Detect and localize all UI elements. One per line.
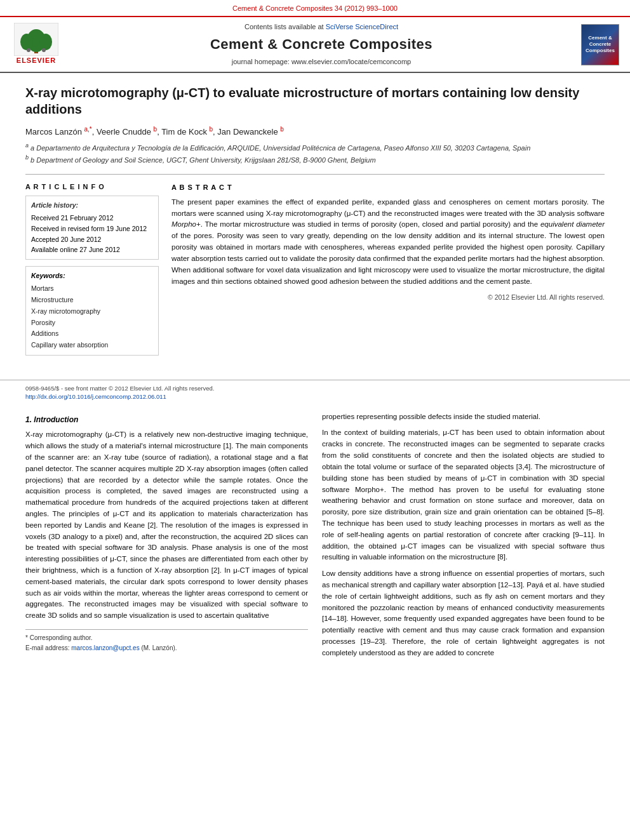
revised-date: Received in revised form 19 June 2012 <box>31 223 153 234</box>
sciverse-link[interactable]: SciVerse ScienceDirect <box>326 23 398 30</box>
history-label: Article history: <box>31 200 153 211</box>
copyright-line: © 2012 Elsevier Ltd. All rights reserved… <box>171 292 605 302</box>
affiliation-b: b b Department of Geology and Soil Scien… <box>25 154 605 165</box>
sciverse-line: Contents lists available at SciVerse Sci… <box>71 22 572 32</box>
journal-homepage[interactable]: journal homepage: www.elsevier.com/locat… <box>71 57 572 67</box>
right-para-2: In the context of building materials, μ-… <box>322 427 605 563</box>
accepted-date: Accepted 20 June 2012 <box>31 234 153 245</box>
available-date: Available online 27 June 2012 <box>31 244 153 255</box>
article-info-col: A R T I C L E I N F O Article history: R… <box>25 182 159 356</box>
received-date: Received 21 February 2012 <box>31 213 153 223</box>
article-title: X-ray microtomography (μ-CT) to evaluate… <box>25 84 605 117</box>
intro-paragraph-1: X-ray microtomography (μ-CT) is a relati… <box>25 429 308 622</box>
affiliation-a: a a Departamento de Arquitectura y Tecno… <box>25 142 605 153</box>
article-info-title: A R T I C L E I N F O <box>25 182 159 192</box>
intro-heading: 1. Introduction <box>25 414 308 426</box>
abstract-title: A B S T R A C T <box>171 182 605 193</box>
svg-point-5 <box>27 48 30 52</box>
article-history-box: Article history: Received 21 February 20… <box>25 196 159 260</box>
keyword-4: Porosity <box>31 317 153 329</box>
authors-text: Marcos Lanzón a,*, Veerle Cnudde b, Tim … <box>25 127 284 137</box>
article-content: X-ray microtomography (μ-CT) to evaluate… <box>0 73 630 380</box>
svg-point-3 <box>20 34 33 50</box>
elsevier-tree-icon <box>14 23 58 56</box>
keyword-5: Additions <box>31 328 153 340</box>
contents-available-text: Contents lists available at <box>245 23 324 30</box>
keyword-2: Microstructure <box>31 295 153 306</box>
keywords-label: Keywords: <box>31 270 153 282</box>
elsevier-logo: ELSEVIER <box>8 22 65 67</box>
journal-header: ELSEVIER Contents lists available at Sci… <box>0 17 630 73</box>
doi-line[interactable]: http://dx.doi.org/10.1016/j.cemconcomp.2… <box>25 392 605 401</box>
affiliations: a a Departamento de Arquitectura y Tecno… <box>25 142 605 164</box>
keywords-box: Keywords: Mortars Microstructure X-ray m… <box>25 266 159 356</box>
journal-logo-right: Cement &ConcreteComposites <box>578 22 622 67</box>
abstract-text: The present paper examines the effect of… <box>171 197 605 288</box>
abstract-col: A B S T R A C T The present paper examin… <box>171 182 605 356</box>
authors-line: Marcos Lanzón a,*, Veerle Cnudde b, Tim … <box>25 125 605 138</box>
body-right-col: properties representing possible defects… <box>322 411 605 664</box>
right-para-1: properties representing possible defects… <box>322 411 605 423</box>
journal-logo-box: Cement &ConcreteComposites <box>581 24 619 65</box>
keyword-1: Mortars <box>31 283 153 295</box>
elsevier-text: ELSEVIER <box>17 56 56 65</box>
footer-strip: 0958-9465/$ - see front matter © 2012 El… <box>0 380 630 405</box>
svg-point-4 <box>39 34 52 50</box>
journal-title: Cement & Concrete Composites <box>71 35 572 55</box>
journal-citation-header: Cement & Concrete Composites 34 (2012) 9… <box>0 0 630 17</box>
keyword-6: Capillary water absorption <box>31 340 153 351</box>
divider-1 <box>25 174 605 175</box>
body-left-col: 1. Introduction X-ray microtomography (μ… <box>25 411 308 664</box>
header-center: Contents lists available at SciVerse Sci… <box>71 22 572 67</box>
issn-line: 0958-9465/$ - see front matter © 2012 El… <box>25 384 605 392</box>
right-para-3: Low density additions have a strong infl… <box>322 568 605 659</box>
svg-point-6 <box>42 48 46 52</box>
footnote: * Corresponding author. E-mail address: … <box>25 629 308 653</box>
footnote-email: E-mail address: marcos.lanzon@upct.es (M… <box>25 643 308 653</box>
body-two-col: 1. Introduction X-ray microtomography (μ… <box>0 405 630 677</box>
info-abstract-section: A R T I C L E I N F O Article history: R… <box>25 182 605 356</box>
keyword-3: X-ray microtomography <box>31 306 153 317</box>
email-link[interactable]: marcos.lanzon@upct.es <box>71 644 141 651</box>
journal-citation: Cement & Concrete Composites 34 (2012) 9… <box>232 4 398 12</box>
footnote-star-line: * Corresponding author. <box>25 633 308 643</box>
